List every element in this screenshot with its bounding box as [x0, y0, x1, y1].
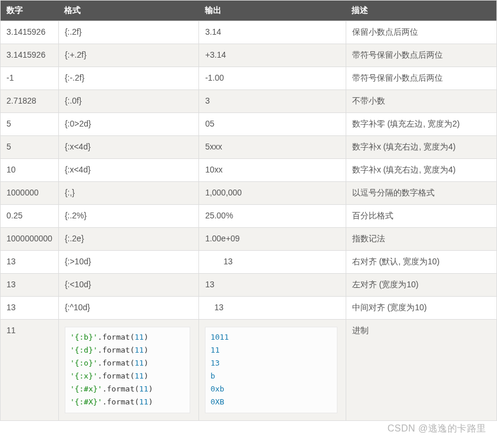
table-row: 13{:<10d}13左对齐 (宽度为10) — [1, 274, 497, 297]
table-row: -1{:-.2f}-1.00带符号保留小数点后两位 — [1, 67, 497, 90]
code-token-fn: .format( — [102, 397, 140, 406]
cell-description: 带符号保留小数点后两位 — [346, 44, 496, 67]
code-token-string: '{:x}' — [70, 371, 98, 380]
output-line: 0XB — [210, 396, 332, 409]
cell-number: 5 — [1, 136, 59, 159]
output-line: b — [210, 370, 332, 383]
table-row: 2.71828{:.0f}3不带小数 — [1, 90, 497, 113]
cell-description: 右对齐 (默认, 宽度为10) — [346, 251, 496, 274]
cell-number: 3.1415926 — [1, 21, 59, 44]
cell-output: -1.00 — [199, 67, 346, 90]
header-number: 数字 — [1, 1, 59, 21]
code-line: '{:#X}'.format(11) — [70, 396, 185, 409]
code-line: '{:d}'.format(11) — [70, 344, 185, 357]
cell-number: 13 — [1, 297, 59, 320]
cell-description: 数字补x (填充右边, 宽度为4) — [346, 136, 496, 159]
output-line: 1011 — [210, 331, 332, 344]
table-row: 5{:x<4d}5xxx数字补x (填充右边, 宽度为4) — [1, 136, 497, 159]
code-token-close: ) — [144, 346, 148, 354]
code-line: '{:#x}'.format(11) — [70, 383, 185, 396]
cell-description: 以逗号分隔的数字格式 — [346, 182, 496, 205]
cell-description: 进制 — [346, 320, 496, 421]
output-line: 11 — [210, 344, 332, 357]
code-token-string: '{:d}' — [70, 346, 98, 354]
table-row: 5{:0>2d}05数字补零 (填充左边, 宽度为2) — [1, 113, 497, 136]
cell-number: 1000000000 — [1, 228, 59, 251]
cell-format: {:,} — [58, 182, 199, 205]
cell-format: {:x<4d} — [58, 136, 199, 159]
code-line: '{:b}'.format(11) — [70, 331, 185, 344]
cell-number: 13 — [1, 251, 59, 274]
cell-format: {:.2f} — [58, 21, 199, 44]
header-output: 输出 — [199, 1, 346, 21]
header-description: 描述 — [346, 1, 496, 21]
cell-description: 百分比格式 — [346, 205, 496, 228]
cell-format: {:.2%} — [58, 205, 199, 228]
code-token-close: ) — [148, 397, 153, 406]
output-line: 13 — [210, 357, 332, 370]
code-line: '{:o}'.format(11) — [70, 357, 185, 370]
code-token-fn: .format( — [98, 346, 135, 354]
cell-output: 13 — [199, 274, 346, 297]
code-token-number: 11 — [134, 333, 144, 341]
code-token-close: ) — [144, 333, 148, 341]
cell-format: {:>10d} — [58, 251, 199, 274]
cell-output: +3.14 — [199, 44, 346, 67]
cell-description: 数字补零 (填充左边, 宽度为2) — [346, 113, 496, 136]
cell-number: 2.71828 — [1, 90, 59, 113]
cell-format: {:+.2f} — [58, 44, 199, 67]
cell-format: {:^10d} — [58, 297, 199, 320]
code-token-close: ) — [148, 384, 153, 393]
cell-description: 数字补x (填充右边, 宽度为4) — [346, 159, 496, 182]
table-row: 11'{:b}'.format(11)'{:d}'.format(11)'{:o… — [1, 320, 497, 421]
cell-output: 1.00e+09 — [199, 228, 346, 251]
table-row: 10{:x<4d}10xx数字补x (填充右边, 宽度为4) — [1, 159, 497, 182]
cell-description: 带符号保留小数点后两位 — [346, 67, 496, 90]
code-token-fn: .format( — [98, 359, 135, 367]
header-format: 格式 — [58, 1, 199, 21]
table-row: 13{:^10d} 13中间对齐 (宽度为10) — [1, 297, 497, 320]
cell-output: 05 — [199, 113, 346, 136]
code-token-fn: .format( — [102, 384, 140, 393]
cell-format-code: '{:b}'.format(11)'{:d}'.format(11)'{:o}'… — [58, 320, 199, 421]
cell-output: 10xx — [199, 159, 346, 182]
cell-format: {:.0f} — [58, 90, 199, 113]
cell-format: {:-.2f} — [58, 67, 199, 90]
cell-output: 13 — [199, 251, 346, 274]
output-code-block: 10111113b0xb0XB — [205, 327, 337, 413]
cell-format: {:x<4d} — [58, 159, 199, 182]
cell-output: 13 — [199, 297, 346, 320]
table-row: 1000000{:,}1,000,000以逗号分隔的数字格式 — [1, 182, 497, 205]
cell-description: 左对齐 (宽度为10) — [346, 274, 496, 297]
code-token-number: 11 — [134, 359, 144, 367]
code-token-number: 11 — [134, 371, 144, 380]
code-token-string: '{:#X}' — [70, 397, 102, 406]
code-token-close: ) — [144, 371, 148, 380]
cell-number: 1000000 — [1, 182, 59, 205]
cell-output: 25.00% — [199, 205, 346, 228]
cell-number: 3.1415926 — [1, 44, 59, 67]
cell-description: 指数记法 — [346, 228, 496, 251]
table-row: 13{:>10d} 13右对齐 (默认, 宽度为10) — [1, 251, 497, 274]
table-row: 3.1415926{:+.2f}+3.14带符号保留小数点后两位 — [1, 44, 497, 67]
cell-output-code: 10111113b0xb0XB — [199, 320, 346, 421]
cell-format: {:0>2d} — [58, 113, 199, 136]
code-token-string: '{:#x}' — [70, 384, 102, 393]
cell-format: {:<10d} — [58, 274, 199, 297]
code-token-number: 11 — [139, 397, 148, 406]
cell-format: {:.2e} — [58, 228, 199, 251]
cell-output: 3.14 — [199, 21, 346, 44]
cell-number: 0.25 — [1, 205, 59, 228]
cell-number: -1 — [1, 67, 59, 90]
format-guide-table: 数字 格式 输出 描述 3.1415926{:.2f}3.14保留小数点后两位3… — [0, 0, 497, 421]
table-row: 3.1415926{:.2f}3.14保留小数点后两位 — [1, 21, 497, 44]
code-token-number: 11 — [139, 384, 148, 393]
code-token-close: ) — [144, 359, 148, 367]
cell-number: 13 — [1, 274, 59, 297]
code-token-string: '{:b}' — [70, 333, 98, 341]
table-row: 0.25{:.2%}25.00%百分比格式 — [1, 205, 497, 228]
cell-number: 5 — [1, 113, 59, 136]
cell-description: 不带小数 — [346, 90, 496, 113]
code-line: '{:x}'.format(11) — [70, 370, 185, 383]
cell-output: 5xxx — [199, 136, 346, 159]
